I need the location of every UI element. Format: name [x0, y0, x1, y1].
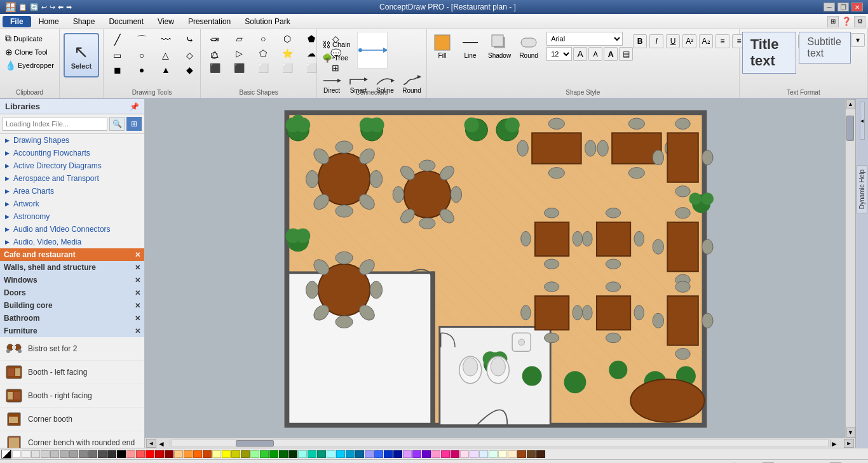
color-dark-brown[interactable] — [527, 450, 536, 458]
bs3-btn[interactable]: ○ — [252, 32, 275, 46]
v-scrollbar[interactable]: ▲ ▼ — [845, 99, 855, 438]
superscript-btn[interactable]: A² — [682, 34, 696, 48]
tree-btn[interactable]: 🌳 Tree — [320, 52, 353, 64]
close-btn[interactable]: ✕ — [851, 3, 863, 11]
freehand-btn[interactable]: 〰 — [154, 33, 177, 47]
round-btn[interactable]: Round — [516, 32, 541, 60]
lib-drawing-shapes[interactable]: Drawing Shapes — [0, 134, 144, 147]
color-cyan[interactable] — [336, 450, 345, 458]
h-scroll-track[interactable] — [172, 440, 829, 447]
sidebar-pin-btn[interactable]: 📌 — [130, 102, 139, 111]
color-dark-red[interactable] — [155, 450, 164, 458]
menu-file[interactable]: File — [3, 16, 31, 27]
view-toggle-btn[interactable]: ⊞ — [126, 117, 142, 131]
line-tool-btn[interactable]: ╱ — [106, 33, 129, 47]
no-fill-swatch[interactable] — [1, 450, 11, 459]
close-furniture-btn[interactable]: ✕ — [135, 327, 140, 335]
section-windows[interactable]: Windows ✕ — [0, 274, 144, 286]
lib-audio-video-media[interactable]: Audio, Video, Media — [0, 236, 144, 248]
close-bathroom-btn[interactable]: ✕ — [135, 314, 140, 323]
bs2-btn[interactable]: ▱ — [227, 32, 250, 46]
scroll-up-btn[interactable]: ▲ — [846, 99, 855, 109]
highlight-btn[interactable]: ▤ — [619, 47, 633, 61]
shape-corner-bench[interactable]: Corner bench with rounded end — [0, 431, 144, 448]
scroll-right-btn2[interactable]: ► — [844, 439, 854, 448]
color-purple[interactable] — [412, 450, 421, 458]
bezier-btn[interactable]: ⤷ — [179, 32, 201, 48]
bold-btn[interactable]: B — [633, 34, 647, 48]
color-olive[interactable] — [241, 450, 250, 458]
bs4-btn[interactable]: ⬡ — [276, 32, 299, 46]
search-btn[interactable]: 🔍 — [109, 117, 125, 131]
color-pale-purple[interactable] — [470, 450, 478, 458]
close-windows-btn[interactable]: ✕ — [135, 276, 140, 285]
duplicate-btn[interactable]: ⧉ Duplicate — [3, 32, 57, 45]
close-building-btn[interactable]: ✕ — [135, 302, 140, 310]
color-blue[interactable] — [374, 450, 383, 458]
scroll-left-btn2[interactable]: ◄ — [158, 440, 170, 447]
lib-aerospace[interactable]: Aerospace and Transport — [0, 172, 144, 185]
fill-dia-btn[interactable]: ◆ — [179, 63, 201, 77]
v-scroll-thumb[interactable] — [846, 116, 854, 141]
color-dark-blue[interactable] — [384, 450, 393, 458]
color-red[interactable] — [146, 450, 154, 458]
dynamic-help-tab[interactable]: Dynamic Help — [857, 165, 867, 213]
v-scroll-track[interactable] — [846, 109, 855, 427]
color-light-pink[interactable] — [431, 450, 440, 458]
section-cafe-restaurant[interactable]: Cafe and restaurant ✕ — [0, 248, 144, 261]
color-pale-green[interactable] — [489, 450, 498, 458]
color-pale-pink[interactable] — [460, 450, 469, 458]
color-light-cyan[interactable] — [327, 450, 336, 458]
scroll-down-btn[interactable]: ▼ — [846, 427, 855, 438]
section-furniture[interactable]: Furniture ✕ — [0, 325, 144, 337]
color-dark-purple[interactable] — [422, 450, 431, 458]
menu-shape[interactable]: Shape — [67, 16, 102, 27]
line-btn[interactable]: Line — [458, 32, 483, 60]
eyedropper-btn[interactable]: 💧 Eyedropper — [3, 59, 57, 72]
help-btn[interactable]: ❓ — [841, 17, 851, 26]
shadow-btn[interactable]: Shadow — [485, 32, 513, 60]
color-pink[interactable] — [441, 450, 450, 458]
bs14-btn[interactable]: ⬛ — [227, 61, 250, 75]
minimize-btn[interactable]: ─ — [824, 3, 835, 11]
fill-tri-btn[interactable]: ▲ — [154, 63, 177, 77]
clone-tool-btn[interactable]: ⊕ Clone Tool — [3, 46, 57, 58]
close-walls-btn[interactable]: ✕ — [135, 264, 140, 272]
tf-expand-btn[interactable]: ▾ — [851, 33, 865, 47]
color-white[interactable] — [12, 450, 21, 458]
fill-btn[interactable]: Fill — [430, 32, 455, 60]
color-light-teal[interactable] — [298, 450, 307, 458]
shape-corner-booth[interactable]: Corner booth — [0, 408, 144, 431]
color-dark-cyan[interactable] — [346, 450, 355, 458]
color-light-yellow[interactable] — [212, 450, 221, 458]
align-left-btn[interactable]: ≡ — [715, 34, 729, 48]
menu-view[interactable]: View — [151, 16, 180, 27]
color-black[interactable] — [117, 450, 126, 458]
bs8-btn[interactable]: ▷ — [227, 46, 250, 60]
font-family-select[interactable]: ArialTimes — [546, 32, 623, 46]
color-green[interactable] — [260, 450, 269, 458]
close-cafe-btn[interactable]: ✕ — [135, 251, 140, 259]
menu-solution-park[interactable]: Solution Park — [238, 16, 296, 27]
subtitle-text-style-btn[interactable]: Subtitle text — [799, 32, 851, 64]
bs9-btn[interactable]: ⬠ — [252, 46, 275, 60]
color-teal[interactable] — [308, 450, 316, 458]
fill-circle-btn[interactable]: ● — [130, 63, 153, 77]
arc-tool-btn[interactable]: ⌒ — [130, 33, 153, 47]
title-text-style-btn[interactable]: Title text — [742, 32, 797, 74]
scroll-right-btn[interactable]: ► — [830, 440, 843, 447]
lib-active-directory[interactable]: Active Directory Diagrams — [0, 159, 144, 172]
color-forest-green[interactable] — [288, 450, 297, 458]
color-pale-orange[interactable] — [508, 450, 517, 458]
lib-audio-video[interactable]: Audio and Video Connectors — [0, 223, 144, 236]
window-layout-btn[interactable]: ⊞ — [827, 16, 839, 27]
color-brown-orange[interactable] — [203, 450, 212, 458]
color-light-red[interactable] — [126, 450, 135, 458]
section-walls[interactable]: Walls, shell and structure ✕ — [0, 261, 144, 274]
bs13-btn[interactable]: ⬛ — [203, 61, 226, 75]
color-red-1[interactable] — [136, 450, 145, 458]
select-btn[interactable]: ↖ Select — [64, 33, 99, 77]
color-orange[interactable] — [184, 450, 193, 458]
lib-accounting[interactable]: Accounting Flowcharts — [0, 147, 144, 159]
canvas-area[interactable] — [145, 99, 845, 438]
